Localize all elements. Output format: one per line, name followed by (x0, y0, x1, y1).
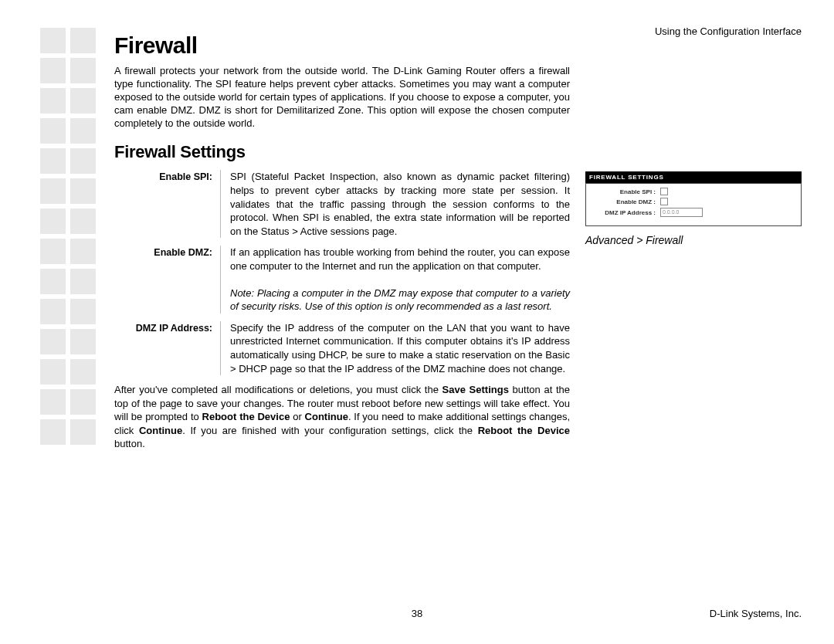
inset-screenshot: FIREWALL SETTINGS Enable SPI : Enable DM… (585, 171, 802, 246)
setting-row: Enable DMZ: If an application has troubl… (114, 246, 570, 314)
setting-label: Enable DMZ: (114, 246, 221, 314)
intro-paragraph: A firewall protects your network from th… (114, 65, 570, 130)
setting-row: Enable SPI: SPI (Stateful Packet Inspect… (114, 170, 570, 238)
closing-text: After you've completed all modifications… (114, 384, 442, 395)
decorative-sidebar (40, 28, 96, 449)
inset-label-spi: Enable SPI : (591, 188, 660, 195)
bold-save-settings: Save Settings (442, 384, 509, 395)
setting-desc: Specify the IP address of the computer o… (221, 321, 570, 375)
setting-desc: If an application has trouble working fr… (221, 246, 570, 314)
inset-label-dmz-ip: DMZ IP Address : (591, 209, 660, 216)
inset-row: DMZ IP Address : 0.0.0.0 (591, 208, 796, 217)
closing-text: . If you are finished with your configur… (182, 425, 477, 436)
closing-text: button. (114, 438, 145, 449)
setting-text: If an application has trouble working fr… (230, 246, 570, 272)
setting-row: DMZ IP Address: Specify the IP address o… (114, 321, 570, 375)
closing-paragraph: After you've completed all modifications… (114, 383, 570, 451)
setting-label: DMZ IP Address: (114, 321, 221, 375)
inset-row: Enable SPI : (591, 188, 796, 195)
bold-continue: Continue (139, 425, 182, 436)
page-title: Firewall (114, 32, 570, 59)
inset-label-dmz: Enable DMZ : (591, 198, 660, 205)
setting-desc: SPI (Stateful Packet Inspection, also kn… (221, 170, 570, 238)
bold-reboot-device: Reboot the Device (478, 425, 570, 436)
inset-caption: Advanced > Firewall (585, 234, 802, 246)
company-name: D-Link Systems, Inc. (710, 608, 802, 619)
input-icon: 0.0.0.0 (660, 208, 703, 217)
header-section-label: Using the Configuration Interface (655, 25, 802, 37)
setting-note: Note: Placing a computer in the DMZ may … (230, 287, 570, 313)
setting-label: Enable SPI: (114, 170, 221, 238)
main-content: Firewall A firewall protects your networ… (114, 32, 570, 451)
checkbox-icon (660, 198, 668, 205)
bold-continue: Continue (305, 411, 348, 422)
checkbox-icon (660, 188, 668, 195)
closing-text: or (290, 411, 304, 422)
inset-header: FIREWALL SETTINGS (585, 171, 802, 183)
bold-reboot-device: Reboot the Device (202, 411, 290, 422)
inset-body: Enable SPI : Enable DMZ : DMZ IP Address… (585, 183, 802, 226)
settings-table: Enable SPI: SPI (Stateful Packet Inspect… (114, 170, 570, 375)
section-title: Firewall Settings (114, 142, 570, 162)
inset-row: Enable DMZ : (591, 198, 796, 205)
